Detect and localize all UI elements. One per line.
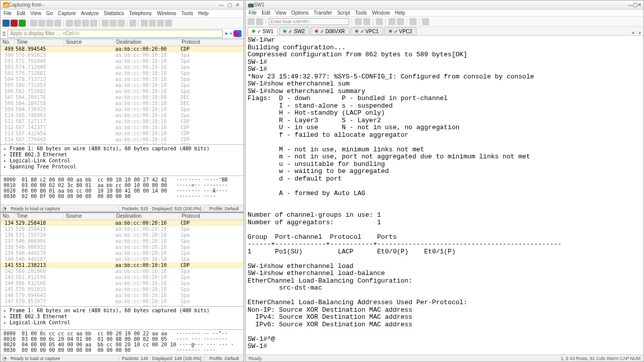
session-options-button[interactable]	[397, 18, 404, 25]
open-button[interactable]	[30, 20, 37, 27]
packet-row[interactable]: 505580.731853aa:bb:cc:00:10:10Spa	[1, 82, 244, 88]
packet-row[interactable]: 504578.713713aa:bb:cc:00:10:10Spa	[1, 76, 244, 82]
tab-sw2[interactable]: ✓ SW2	[279, 27, 309, 35]
first-button[interactable]	[102, 20, 109, 27]
last-button[interactable]	[110, 20, 117, 27]
tab-sw1[interactable]: ✓ SW1	[248, 27, 278, 35]
find-button[interactable]	[66, 20, 73, 27]
packet-row[interactable]: 500570.691623aa:bb:cc:00:10:10Spa	[1, 52, 244, 58]
menu-wireless[interactable]: Wireless	[157, 11, 176, 16]
menu-view[interactable]: View	[275, 10, 286, 16]
menu-view[interactable]: View	[30, 11, 41, 16]
menu-telephony[interactable]: Telephony	[129, 11, 152, 16]
detail-line[interactable]: Frame 1: 60 bytes on wire (480 bits), 60…	[4, 146, 240, 152]
packet-bytes-top[interactable]: 0000 01 80 c2 00 00 00 aa bb cc 00 10 10…	[1, 175, 244, 205]
menu-help[interactable]: Help	[395, 10, 406, 16]
packet-row[interactable]: 145570.091033aa:bb:cc:00:20:10Spa	[1, 287, 244, 293]
menu-options[interactable]: Options	[291, 10, 308, 16]
packet-row[interactable]: 514587.770443aa:bb:cc:00:10:10CDP	[1, 137, 244, 143]
toggle-button[interactable]	[422, 18, 429, 25]
close-file-button[interactable]	[46, 20, 53, 27]
maximize-button[interactable]: ▢	[225, 2, 233, 8]
col-time[interactable]: Time	[15, 39, 64, 46]
packet-row[interactable]: 502574.712000aa:bb:cc:00:10:10Spa	[1, 64, 244, 70]
detail-line[interactable]: IEEE 802.3 Ethernet	[4, 152, 240, 158]
packet-row[interactable]: 503576.712881aa:bb:cc:00:10:10Spa	[1, 70, 244, 76]
display-filter-input[interactable]: Apply a display filter … <Ctrl-/>	[8, 30, 223, 38]
status-profile[interactable]: Profile: Default	[204, 206, 244, 211]
packet-row[interactable]: 143561.012599aa:bb:cc:00:20:10Spa	[1, 275, 244, 281]
zoom-in-button[interactable]	[141, 20, 148, 27]
tab-prev-button[interactable]: ◂	[629, 30, 636, 35]
packet-row[interactable]: 135529.258419aa:bb:cc:00:20:10Spa	[1, 226, 244, 232]
detail-line[interactable]: Frame 1: 60 bytes on wire (480 bits), 60…	[4, 308, 240, 314]
help-button[interactable]	[410, 18, 417, 25]
packet-bytes-bottom[interactable]: 0000 01 00 0c cc cc cc aa bb cc 00 20 10…	[1, 329, 244, 354]
goto-button[interactable]	[90, 20, 97, 27]
packet-row[interactable]: 136531.155714aa:bb:cc:00:20:10Spa	[1, 232, 244, 238]
quick-connect-button[interactable]	[256, 18, 263, 25]
tab-next-button[interactable]: ▸	[637, 30, 643, 35]
packet-details-top[interactable]: Frame 1: 60 bytes on wire (480 bits), 60…	[1, 144, 244, 175]
packet-row[interactable]: 501572.703940aa:bb:cc:00:10:10Spa	[1, 58, 244, 64]
packet-row[interactable]: 509584.736923aa:bb:cc:00:10:10Spa	[1, 107, 244, 113]
resize-cols-button[interactable]	[165, 20, 172, 27]
packet-row[interactable]: 147579.853977aa:bb:cc:00:20:10Spa	[1, 299, 244, 305]
menu-edit[interactable]: Edit	[262, 10, 270, 16]
bookmark-icon[interactable]: ▯	[3, 30, 6, 37]
packet-row[interactable]: 511587.127117aa:bb:cc:00:10:10CDP	[1, 119, 244, 125]
packet-row[interactable]: 508584.289258aa:bb:cc:00:10:10DEC	[1, 101, 244, 107]
close-button[interactable]: ✕	[637, 2, 641, 8]
packet-row[interactable]: 512587.142377aa:bb:cc:00:10:10CDP	[1, 125, 244, 131]
packet-row[interactable]: 134529.258418aa:bb:cc:00:20:10CDP	[1, 220, 244, 226]
connect-button[interactable]	[248, 18, 255, 25]
paste-button[interactable]	[363, 18, 370, 25]
detail-line[interactable]: Logical-Link Control	[4, 158, 240, 164]
menu-file[interactable]: File	[249, 10, 257, 16]
detail-line[interactable]: IEEE 802.3 Ethernet	[4, 314, 240, 320]
next-button[interactable]	[82, 20, 89, 27]
packet-row[interactable]: 513587.412454aa:bb:cc:00:10:10CDP	[1, 131, 244, 137]
menu-script[interactable]: Script	[337, 10, 350, 16]
packet-row[interactable]: 138540.086933aa:bb:cc:00:20:10Spa	[1, 244, 244, 250]
menu-analyze[interactable]: Analyze	[81, 11, 99, 16]
menu-tools[interactable]: Tools	[355, 10, 367, 16]
detail-line[interactable]: Logical-Link Control	[4, 320, 240, 326]
menu-edit[interactable]: Edit	[17, 11, 25, 16]
packet-row[interactable]: 140540.449287aa:bb:cc:00:20:10Spa	[1, 256, 244, 262]
copy-button[interactable]	[355, 18, 362, 25]
reload-button[interactable]	[54, 20, 61, 27]
col-no[interactable]: No.	[1, 39, 15, 46]
menu-capture[interactable]: Capture	[58, 11, 76, 16]
col-source[interactable]: Source	[64, 39, 114, 46]
add-button[interactable]: +	[229, 31, 232, 36]
save-button[interactable]	[38, 20, 45, 27]
zoom-out-button[interactable]	[149, 20, 156, 27]
col-proto[interactable]: Protocol	[180, 39, 200, 46]
packet-list-bottom[interactable]: No. Time Source Destination Protocol 134…	[1, 213, 244, 306]
packet-row[interactable]: 146579.094643aa:bb:cc:00:20:10Spa	[1, 293, 244, 299]
menu-tools[interactable]: Tools	[181, 11, 193, 16]
wireshark-titlebar[interactable]: 📶 Capturing from - — ▢ ✕	[1, 1, 244, 10]
tab-vpc2[interactable]: ✓ VPC2	[384, 27, 417, 35]
menu-file[interactable]: File	[4, 11, 12, 16]
menu-transfer[interactable]: Transfer	[313, 10, 332, 16]
packet-row[interactable]: 499568.994545aa:bb:cc:00:20:00CDP	[1, 46, 244, 52]
packet-row[interactable]: 506582.753082aa:bb:cc:00:10:10Spa	[1, 88, 244, 95]
securecrt-titlebar[interactable]: 📺 SW1 — ▢ ✕	[246, 1, 643, 10]
packet-row[interactable]: 144566.012566aa:bb:cc:00:10:10Spa	[1, 281, 244, 287]
terminal-output[interactable]: SW-1#wr Building configuration... Compre…	[246, 36, 643, 354]
colorize-button[interactable]	[129, 20, 136, 27]
menu-statistics[interactable]: Statistics	[104, 11, 124, 16]
prev-button[interactable]	[74, 20, 81, 27]
print-button[interactable]	[376, 18, 383, 25]
stop-capture-button[interactable]	[11, 20, 18, 27]
close-button[interactable]: ✕	[233, 2, 242, 8]
packet-row[interactable]: 141551.238213aa:bb:cc:00:10:10CDP	[1, 262, 244, 268]
packet-list-top[interactable]: No. Time Source Destination Protocol 499…	[1, 39, 244, 144]
packet-row[interactable]: 510586.748963aa:bb:cc:00:10:10Spa	[1, 113, 244, 119]
packet-row[interactable]: 139540.449270aa:bb:cc:00:20:10Spa	[1, 250, 244, 256]
zoom-reset-button[interactable]	[157, 20, 164, 27]
packet-row[interactable]: 142560.201060aa:bb:cc:00:10:10Spa	[1, 268, 244, 275]
tab-vpc1[interactable]: ✓ VPC1	[351, 27, 383, 35]
